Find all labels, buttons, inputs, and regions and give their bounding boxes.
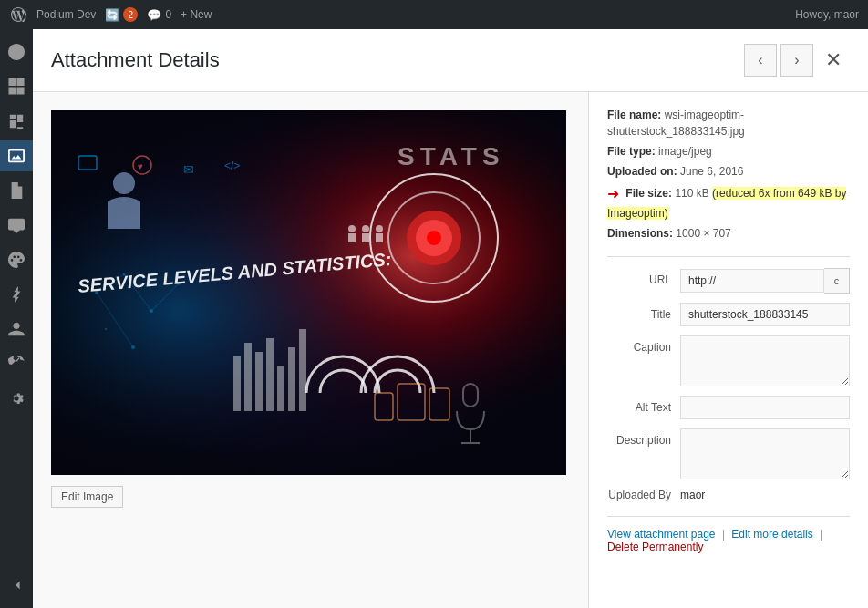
file-type-row: File type: image/jpeg: [607, 143, 850, 160]
svg-rect-19: [299, 329, 306, 411]
title-field-row: Title: [607, 303, 850, 326]
caption-textarea[interactable]: [680, 335, 850, 386]
uploaded-by-row: Uploaded By maor: [607, 489, 850, 501]
attachment-modal: Attachment Details ‹ › ✕: [33, 29, 868, 608]
alt-text-input[interactable]: [680, 396, 850, 419]
description-field-row: Description: [607, 428, 850, 479]
svg-rect-15: [255, 352, 263, 411]
modal-overlay: Attachment Details ‹ › ✕: [33, 29, 868, 608]
sidebar-item-collapse[interactable]: [0, 570, 33, 601]
svg-point-35: [362, 225, 369, 232]
uploaded-by-label: Uploaded By: [607, 489, 680, 501]
updates[interactable]: 🔄 2: [105, 7, 138, 22]
separator-1: |: [722, 528, 725, 541]
modal-header: Attachment Details ‹ › ✕: [33, 29, 868, 92]
modal-navigation: ‹ › ✕: [744, 44, 850, 77]
site-name[interactable]: Podium Dev: [36, 8, 96, 21]
file-size-row: ➜ File size: 110 kB (reduced 6x from 649…: [607, 183, 850, 222]
svg-rect-13: [233, 356, 241, 411]
sidebar-item-dashboard[interactable]: [0, 71, 33, 102]
svg-rect-18: [288, 347, 295, 411]
svg-rect-38: [376, 233, 383, 242]
sidebar-item-settings[interactable]: [0, 383, 33, 414]
svg-point-7: [105, 328, 107, 330]
title-input[interactable]: [680, 303, 850, 326]
sidebar-item-comments[interactable]: [0, 210, 33, 241]
edit-more-details-link[interactable]: Edit more details: [731, 528, 816, 541]
svg-rect-17: [277, 366, 284, 411]
dimensions-row: Dimensions: 1000 × 707: [607, 225, 850, 242]
meta-divider: [607, 256, 850, 257]
modal-body: ♥ ✉ </> STATS: [33, 92, 868, 608]
title-label: Title: [607, 303, 680, 321]
sidebar-item-wp-logo[interactable]: [0, 36, 33, 67]
description-label: Description: [607, 428, 680, 447]
svg-point-37: [376, 225, 383, 232]
sidebar-item-media[interactable]: [0, 140, 33, 171]
svg-point-24: [427, 231, 441, 245]
attachment-image-svg: ♥ ✉ </> STATS: [51, 110, 566, 475]
sidebar-item-appearance[interactable]: [0, 244, 33, 275]
image-pane: ♥ ✉ </> STATS: [33, 92, 589, 608]
delete-permanently-link[interactable]: Delete Permanently: [607, 541, 703, 553]
file-name-row: File name: wsi-imageoptim-shutterstock_1…: [607, 107, 850, 139]
action-links: View attachment page | Edit more details…: [607, 516, 850, 553]
new-content[interactable]: + New: [181, 8, 212, 21]
view-attachment-link[interactable]: View attachment page: [607, 528, 718, 541]
url-field-row: URL c: [607, 268, 850, 294]
svg-point-30: [113, 172, 135, 194]
close-modal-button[interactable]: ✕: [817, 44, 850, 77]
url-input[interactable]: [680, 269, 824, 293]
wp-logo[interactable]: [9, 5, 27, 24]
uploaded-by-value: maor: [680, 489, 705, 501]
url-label: URL: [607, 268, 680, 286]
svg-text:STATS: STATS: [398, 142, 505, 170]
file-metadata: File name: wsi-imageoptim-shutterstock_1…: [607, 107, 850, 242]
alt-text-field-row: Alt Text: [607, 396, 850, 419]
svg-point-33: [348, 225, 356, 232]
sidebar: [0, 29, 33, 608]
description-textarea[interactable]: [680, 428, 850, 479]
svg-rect-16: [266, 338, 274, 411]
sidebar-item-plugins[interactable]: [0, 279, 33, 310]
details-pane: File name: wsi-imageoptim-shutterstock_1…: [589, 92, 868, 608]
url-input-group: c: [680, 268, 850, 294]
caption-field-row: Caption: [607, 335, 850, 386]
caption-label: Caption: [607, 335, 680, 354]
svg-rect-34: [348, 233, 356, 242]
greeting: Howdy, maor: [795, 8, 859, 21]
svg-rect-36: [362, 233, 369, 242]
sidebar-item-library[interactable]: [0, 106, 33, 137]
prev-attachment-button[interactable]: ‹: [744, 44, 777, 77]
comments[interactable]: 💬 0: [147, 8, 171, 22]
red-arrow-indicator: ➜: [607, 183, 619, 205]
uploaded-on-row: Uploaded on: June 6, 2016: [607, 163, 850, 180]
svg-text:✉: ✉: [183, 162, 194, 177]
attachment-image: ♥ ✉ </> STATS: [51, 110, 566, 475]
admin-bar: Podium Dev 🔄 2 💬 0 + New Howdy, maor: [0, 0, 868, 29]
main-content: Attachment Details ‹ › ✕: [33, 29, 868, 608]
modal-title: Attachment Details: [51, 48, 220, 72]
sidebar-item-tools[interactable]: [0, 348, 33, 379]
sidebar-item-pages[interactable]: [0, 175, 33, 206]
url-copy-button[interactable]: c: [824, 268, 850, 294]
svg-text:♥: ♥: [138, 161, 143, 171]
sidebar-item-users[interactable]: [0, 314, 33, 345]
alt-text-label: Alt Text: [607, 396, 680, 414]
svg-rect-14: [244, 343, 252, 411]
edit-image-button[interactable]: Edit Image: [51, 486, 123, 508]
next-attachment-button[interactable]: ›: [780, 44, 813, 77]
separator-2: |: [820, 528, 822, 541]
svg-text:</>: </>: [224, 160, 240, 172]
